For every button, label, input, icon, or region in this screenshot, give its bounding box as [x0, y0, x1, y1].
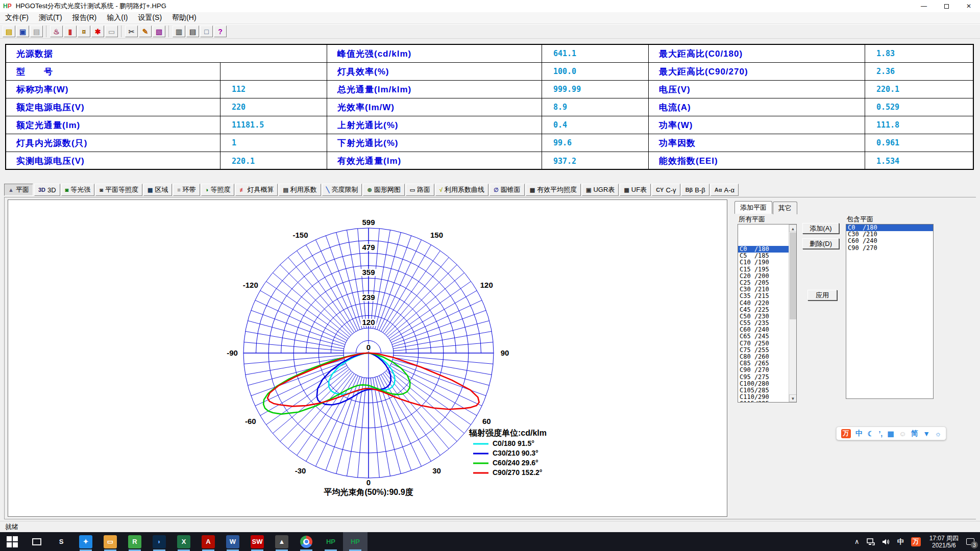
- view-tab-0[interactable]: ▲平面: [4, 184, 33, 196]
- maximize-button[interactable]: [935, 0, 958, 12]
- speaker-icon[interactable]: [882, 538, 890, 545]
- save-button[interactable]: ▣: [16, 26, 29, 37]
- view-tab-14[interactable]: ▩有效平均照度: [526, 184, 581, 196]
- open-file-button[interactable]: ▤: [3, 26, 15, 37]
- included-plane-item[interactable]: C60 /240: [846, 238, 933, 244]
- lamp-test-button[interactable]: ¤: [78, 26, 90, 37]
- photos[interactable]: ▲: [270, 532, 294, 551]
- ime-keyboard-icon[interactable]: ▦: [888, 430, 894, 438]
- file-explorer[interactable]: ▭: [98, 532, 122, 551]
- ime-fullmoon-icon[interactable]: ☾: [867, 430, 874, 438]
- task-view-button[interactable]: [24, 532, 49, 551]
- view-tab-3[interactable]: ◙平面等照度: [95, 184, 142, 196]
- acrobat[interactable]: A: [196, 532, 220, 551]
- scroll-up-icon[interactable]: ▲: [789, 224, 797, 232]
- stamp-app[interactable]: R: [122, 532, 147, 551]
- plane-list-item[interactable]: C115/295: [738, 400, 789, 403]
- plane-list-item[interactable]: C70 /250: [738, 340, 789, 347]
- archive-button[interactable]: ▥: [173, 26, 185, 37]
- view-tab-13[interactable]: ∅圆锥面: [489, 184, 525, 196]
- print-button[interactable]: ▤: [186, 26, 199, 37]
- plane-list-item[interactable]: C90 /270: [738, 367, 789, 373]
- view-tab-1[interactable]: 3D3D: [34, 184, 60, 196]
- hpgo-app-active[interactable]: HP: [343, 532, 368, 551]
- ime-settings-icon[interactable]: ☼: [935, 430, 941, 438]
- menu-item-4[interactable]: 设置(S): [133, 12, 167, 23]
- view-tab-17[interactable]: CYC-γ: [652, 184, 680, 196]
- view-tab-7[interactable]: ≢灯具概算: [235, 184, 278, 196]
- view-tab-18[interactable]: BβB-β: [681, 184, 709, 196]
- all-planes-listbox[interactable]: C0 /180C5 /185C10 /190C15 /195C20 /200C2…: [738, 224, 797, 403]
- view-tab-5[interactable]: ≡环带: [173, 184, 200, 196]
- included-planes-listbox[interactable]: C0 /180C30 /210C60 /240C90 /270: [846, 224, 934, 399]
- solidworks[interactable]: SW: [245, 532, 270, 551]
- tab-other[interactable]: 其它: [773, 202, 797, 214]
- goniometer-button[interactable]: ♨: [50, 26, 63, 37]
- tab-add-plane[interactable]: 添加平面: [734, 201, 772, 214]
- add-plane-button[interactable]: 添加(A): [802, 223, 839, 234]
- view-tab-15[interactable]: ▣UGR表: [582, 184, 619, 196]
- view-tab-11[interactable]: ▭路面: [406, 184, 434, 196]
- tray-ime-logo-icon[interactable]: 万: [911, 537, 921, 546]
- bluebird-app[interactable]: ✦: [74, 532, 98, 551]
- ime-simplified-icon[interactable]: 简: [911, 429, 918, 438]
- network-icon[interactable]: [867, 538, 875, 545]
- tray-chevron-icon[interactable]: ∧: [854, 538, 860, 545]
- calibrate-button[interactable]: ✎: [139, 26, 152, 37]
- notification-center-icon[interactable]: 3: [964, 532, 977, 551]
- close-button[interactable]: ✕: [958, 0, 980, 12]
- scrollbar-thumb[interactable]: [790, 233, 796, 319]
- ime-chinese-mode-icon[interactable]: 中: [855, 429, 863, 438]
- chrome[interactable]: [294, 532, 318, 551]
- sogou-app[interactable]: S: [49, 532, 74, 551]
- view-tab-19[interactable]: AαA-α: [710, 184, 739, 196]
- view-tab-4[interactable]: ▦区域: [143, 184, 172, 196]
- view-tab-16[interactable]: ▦UF表: [620, 184, 651, 196]
- export-report-button[interactable]: ▤: [30, 26, 43, 37]
- view-tab-10[interactable]: ⊕圆形网图: [363, 184, 404, 196]
- plane-list-item[interactable]: C35 /215: [738, 293, 789, 299]
- ime-punctuation-icon[interactable]: ’,: [878, 430, 883, 438]
- help-button[interactable]: ?: [214, 26, 227, 37]
- view-tab-6[interactable]: ◑等照度: [201, 184, 235, 196]
- plane-list-item[interactable]: C10 /190: [738, 259, 789, 266]
- print-preview-button[interactable]: □: [200, 26, 213, 37]
- view-tab-2[interactable]: ◙等光强: [61, 184, 95, 196]
- log-button[interactable]: ▧: [153, 26, 165, 37]
- view-tab-9[interactable]: ╲亮度限制: [322, 184, 362, 196]
- menu-item-1[interactable]: 测试(T): [34, 12, 67, 23]
- tray-clock[interactable]: 17:07 周四 2021/5/6: [929, 535, 959, 549]
- scroll-down-icon[interactable]: ▼: [789, 394, 797, 402]
- menu-item-2[interactable]: 报告(R): [67, 12, 102, 23]
- plane-list-item[interactable]: C65 /245: [738, 333, 789, 340]
- plane-list-item[interactable]: C40 /220: [738, 300, 789, 307]
- menu-item-3[interactable]: 输入(I): [102, 12, 133, 23]
- ime-toolbar[interactable]: 万中☾’,▦☺简▼☼: [836, 427, 946, 440]
- minimize-button[interactable]: —: [913, 0, 935, 12]
- ime-logo-icon[interactable]: 万: [841, 429, 851, 438]
- plane-list-item[interactable]: C100/280: [738, 381, 789, 387]
- hpgo-app[interactable]: HP: [318, 532, 343, 551]
- listbox-scrollbar[interactable]: ▲ ▼: [789, 224, 796, 402]
- menu-item-5[interactable]: 帮助(H): [167, 12, 201, 23]
- dark-current-button[interactable]: ✱: [91, 26, 104, 37]
- ime-account-icon[interactable]: ☺: [899, 430, 906, 438]
- view-tab-12[interactable]: √利用系数曲线: [435, 184, 488, 196]
- plane-list-item[interactable]: C20 /200: [738, 273, 789, 280]
- lens-app[interactable]: ◗: [147, 532, 172, 551]
- stop-button[interactable]: ▭: [105, 26, 118, 37]
- plane-list-item[interactable]: C45 /225: [738, 307, 789, 313]
- plane-list-item[interactable]: C15 /195: [738, 266, 789, 273]
- plane-list-item[interactable]: C95 /275: [738, 374, 789, 381]
- tray-ime-mode[interactable]: 中: [897, 537, 904, 546]
- delete-plane-button[interactable]: 删除(D): [802, 238, 839, 249]
- tools-button[interactable]: ✂: [125, 26, 138, 37]
- view-tab-8[interactable]: ▤利用系数: [279, 184, 321, 196]
- excel[interactable]: X: [172, 532, 196, 551]
- menu-item-0[interactable]: 文件(F): [0, 12, 34, 23]
- apply-button[interactable]: 应用: [807, 290, 837, 300]
- start-button[interactable]: [0, 532, 24, 551]
- included-plane-item[interactable]: C90 /270: [846, 245, 933, 252]
- ime-skin-icon[interactable]: ▼: [923, 430, 930, 438]
- thermometer-button[interactable]: ▮: [64, 26, 77, 37]
